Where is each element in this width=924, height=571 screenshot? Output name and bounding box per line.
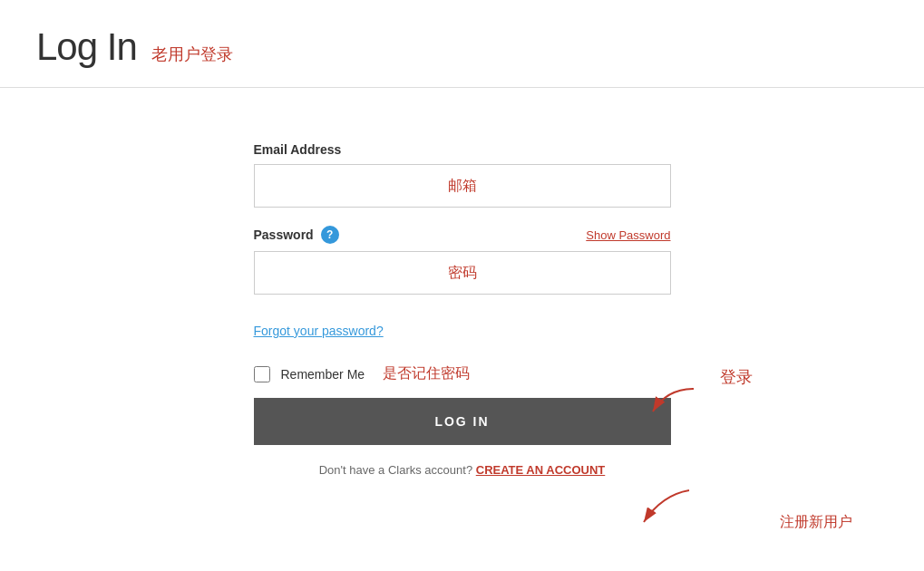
bottom-section: Remember Me 是否记住密码 登录 [254,364,671,477]
login-annotation-text: 登录 [720,366,753,388]
remember-me-checkbox[interactable] [254,366,270,382]
email-field-group: Email Address [254,142,671,208]
register-arrow-icon [635,486,707,531]
main-content: Email Address Password ? Show Password F… [0,88,924,477]
password-label-left: Password ? [254,226,339,244]
create-account-row: Don't have a Clarks account? CREATE AN A… [254,463,671,477]
remember-me-annotation: 是否记住密码 [383,364,470,383]
login-annotation: 登录 [720,366,753,388]
forgot-password-link[interactable]: Forgot your password? [254,324,384,338]
create-account-button[interactable]: CREATE AN ACCOUNT [476,463,606,477]
login-button[interactable]: LOG IN [254,398,671,445]
password-input[interactable] [254,251,671,295]
login-arrow-icon [648,384,703,421]
show-password-button[interactable]: Show Password [586,228,670,242]
page-header: Log In 老用户登录 [0,0,924,88]
help-icon[interactable]: ? [321,226,339,244]
register-annotation-text: 注册新用户 [780,513,852,532]
login-button-wrapper: 登录 LOG IN [254,398,671,445]
remember-me-row: Remember Me 是否记住密码 [254,364,671,383]
email-input[interactable] [254,164,671,208]
login-form: Email Address Password ? Show Password F… [254,142,671,477]
no-account-text: Don't have a Clarks account? [319,463,472,477]
password-field-group: Password ? Show Password [254,226,671,295]
page-subtitle: 老用户登录 [151,44,233,65]
email-label: Email Address [254,142,671,157]
page-title: Log In [36,25,137,69]
password-label-row: Password ? Show Password [254,226,671,244]
remember-me-label: Remember Me [281,367,365,382]
password-label: Password [254,227,314,242]
